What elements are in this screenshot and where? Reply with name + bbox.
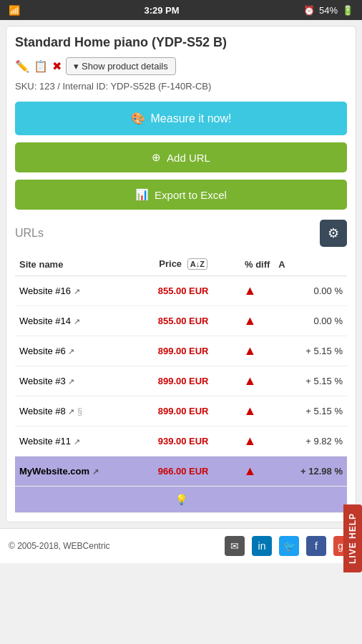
pct-diff-cell: + 9.82 % bbox=[274, 426, 347, 457]
main-card: Standard Home piano (YDP-S52 B) ✏️ 📋 ✖ ▾… bbox=[6, 26, 356, 522]
gear-icon: ⚙ bbox=[328, 225, 339, 241]
price-up-arrow: ▲ bbox=[243, 404, 256, 418]
show-details-button[interactable]: ▾ Show product details bbox=[66, 57, 176, 75]
product-title: Standard Home piano (YDP-S52 B) bbox=[15, 35, 347, 50]
price-up-arrow: ▲ bbox=[243, 313, 256, 328]
external-link-icon[interactable]: ↗ bbox=[68, 377, 74, 386]
edit-icon[interactable]: ✏️ bbox=[15, 59, 29, 73]
urls-header: URLs ⚙ bbox=[15, 217, 347, 253]
status-right: ⏰ 54% 🔋 bbox=[303, 5, 353, 16]
twitter-icon[interactable]: 🐦 bbox=[279, 536, 299, 556]
table-row: Website #11 ↗939.00 EUR▲+ 9.82 % bbox=[15, 426, 347, 457]
sku-line: SKU: 123 / Internal ID: YDP-S52B (F-140R… bbox=[15, 81, 347, 92]
export-icon: 📊 bbox=[135, 188, 149, 201]
table-row: Website #6 ↗899.00 EUR▲+ 5.15 % bbox=[15, 336, 347, 366]
table-row-extra: 💡 bbox=[15, 487, 347, 513]
site-name-cell: Website #6 ↗ bbox=[15, 336, 141, 366]
external-link-icon[interactable]: ↗ bbox=[92, 467, 99, 476]
live-help-tab[interactable]: LIVE HELP bbox=[343, 504, 362, 572]
urls-label: URLs bbox=[15, 227, 44, 240]
table-row: Website #14 ↗855.00 EUR▲0.00 % bbox=[15, 306, 347, 336]
table-row: Website #16 ↗855.00 EUR▲0.00 % bbox=[15, 276, 347, 306]
status-bar: 📶 3:29 PM ⏰ 54% 🔋 bbox=[0, 0, 362, 20]
pct-diff-cell: + 12.98 % bbox=[274, 457, 347, 487]
price-cell: 899.00 EUR bbox=[141, 366, 226, 396]
pct-diff-cell: + 5.15 % bbox=[274, 366, 347, 396]
delete-icon[interactable]: ✖ bbox=[52, 59, 62, 73]
arrow-cell: ▲ bbox=[225, 276, 274, 306]
price-table: Site name Price A↓Z % diff A Website #16… bbox=[15, 253, 347, 513]
site-name-cell: Website #16 ↗ bbox=[15, 276, 141, 306]
table-header-row: Site name Price A↓Z % diff A bbox=[15, 253, 347, 276]
arrow-cell: ▲ bbox=[225, 396, 274, 426]
facebook-icon[interactable]: f bbox=[306, 536, 326, 556]
price-cell: 939.00 EUR bbox=[141, 426, 226, 457]
site-name-cell: Website #11 ↗ bbox=[15, 426, 141, 457]
price-cell: 899.00 EUR bbox=[141, 336, 226, 366]
pct-diff-cell: 0.00 % bbox=[274, 306, 347, 336]
col-site-name: Site name bbox=[15, 253, 141, 276]
pct-diff-cell: 0.00 % bbox=[274, 276, 347, 306]
settings-small-icon: § bbox=[77, 406, 82, 416]
battery-pct: 54% bbox=[319, 5, 338, 16]
footer-copyright: © 2005-2018, WEBCentric bbox=[9, 541, 110, 551]
linkedin-icon[interactable]: in bbox=[252, 536, 272, 556]
export-excel-button[interactable]: 📊 Export to Excel bbox=[15, 180, 347, 210]
external-link-icon[interactable]: ↗ bbox=[74, 437, 80, 446]
table-row: MyWebsite.com ↗966.00 EUR▲+ 12.98 % bbox=[15, 457, 347, 487]
bulb-cell: 💡 bbox=[15, 487, 347, 513]
site-name-cell: Website #3 ↗ bbox=[15, 366, 141, 396]
footer: © 2005-2018, WEBCentric ✉ in 🐦 f g+ bbox=[0, 528, 362, 563]
gear-button[interactable]: ⚙ bbox=[320, 220, 347, 247]
price-cell: 899.00 EUR bbox=[141, 396, 226, 426]
price-up-arrow: ▲ bbox=[243, 343, 256, 358]
battery-icon: 🔋 bbox=[342, 5, 353, 16]
status-left: 📶 bbox=[9, 5, 20, 16]
table-row: Website #3 ↗899.00 EUR▲+ 5.15 % bbox=[15, 366, 347, 396]
arrow-cell: ▲ bbox=[225, 426, 274, 457]
price-up-arrow: ▲ bbox=[243, 434, 256, 448]
dropdown-arrow-icon: ▾ bbox=[74, 61, 79, 72]
add-icon: ⊕ bbox=[152, 151, 161, 164]
bulb-icon: 💡 bbox=[175, 494, 187, 505]
arrow-cell: ▲ bbox=[225, 457, 274, 487]
external-link-icon[interactable]: ↗ bbox=[74, 317, 80, 326]
site-name-cell: MyWebsite.com ↗ bbox=[15, 457, 141, 487]
price-cell: 855.00 EUR bbox=[141, 306, 226, 336]
table-row: Website #8 ↗ §899.00 EUR▲+ 5.15 % bbox=[15, 396, 347, 426]
pct-diff-cell: + 5.15 % bbox=[274, 396, 347, 426]
site-name-cell: Website #14 ↗ bbox=[15, 306, 141, 336]
price-cell: 966.00 EUR bbox=[141, 457, 226, 487]
action-icons-row: ✏️ 📋 ✖ ▾ Show product details bbox=[15, 57, 347, 75]
price-cell: 855.00 EUR bbox=[141, 276, 226, 306]
external-link-icon[interactable]: ↗ bbox=[68, 347, 74, 356]
email-icon[interactable]: ✉ bbox=[225, 536, 245, 556]
external-link-icon[interactable]: ↗ bbox=[74, 287, 80, 296]
arrow-cell: ▲ bbox=[225, 366, 274, 396]
price-up-arrow: ▲ bbox=[243, 283, 256, 298]
price-up-arrow: ▲ bbox=[243, 374, 256, 388]
arrow-cell: ▲ bbox=[225, 336, 274, 366]
measure-button[interactable]: 🎨 Measure it now! bbox=[15, 102, 347, 135]
sort-icon[interactable]: A↓Z bbox=[187, 258, 207, 270]
wifi-icon: 📶 bbox=[9, 5, 20, 16]
status-time: 3:29 PM bbox=[144, 5, 179, 16]
add-url-button[interactable]: ⊕ Add URL bbox=[15, 142, 347, 172]
pct-diff-cell: + 5.15 % bbox=[274, 336, 347, 366]
alarm-icon: ⏰ bbox=[303, 5, 315, 16]
external-link-icon[interactable]: ↗ bbox=[68, 407, 74, 416]
price-up-arrow: ▲ bbox=[243, 464, 256, 478]
measure-icon: 🎨 bbox=[131, 112, 145, 125]
col-price: Price A↓Z bbox=[141, 253, 226, 276]
col-extra: A bbox=[274, 253, 347, 276]
arrow-cell: ▲ bbox=[225, 306, 274, 336]
footer-icons: ✉ in 🐦 f g+ bbox=[225, 536, 353, 556]
col-pct-diff: % diff bbox=[225, 253, 274, 276]
copy-icon[interactable]: 📋 bbox=[34, 59, 48, 73]
site-name-cell: Website #8 ↗ § bbox=[15, 396, 141, 426]
